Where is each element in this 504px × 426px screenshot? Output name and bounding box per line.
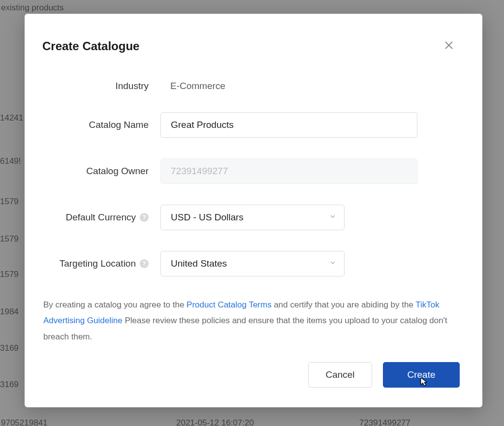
close-button[interactable] xyxy=(443,39,459,55)
field-catalog-owner: Catalog Owner xyxy=(42,158,465,184)
close-icon xyxy=(443,44,455,53)
industry-value: E-Commerce xyxy=(160,81,225,91)
catalog-name-label: Catalog Name xyxy=(42,120,160,130)
targeting-location-label-text: Targeting Location xyxy=(60,258,136,269)
modal-title: Create Catalogue xyxy=(42,39,465,53)
disclaimer-part2: and certify that you are abiding by the xyxy=(272,300,416,309)
catalog-owner-label: Catalog Owner xyxy=(42,166,160,177)
field-catalog-name: Catalog Name xyxy=(42,112,465,138)
modal-footer: Cancel Create xyxy=(308,362,460,388)
targeting-location-select[interactable]: United States xyxy=(160,251,345,276)
catalog-name-input[interactable] xyxy=(160,112,417,138)
product-catalog-terms-link[interactable]: Product Catalog Terms xyxy=(187,300,272,309)
targeting-location-value: United States xyxy=(171,258,227,269)
create-button[interactable]: Create xyxy=(383,362,460,388)
disclaimer-part1: By creating a catalog you agree to the xyxy=(43,300,187,309)
cursor-icon xyxy=(419,377,428,389)
default-currency-value: USD - US Dollars xyxy=(171,212,244,223)
cancel-button[interactable]: Cancel xyxy=(308,362,372,388)
field-industry: Industry E-Commerce xyxy=(42,81,465,91)
default-currency-label-text: Default Currency xyxy=(65,212,136,223)
default-currency-label: Default Currency ? xyxy=(42,212,160,223)
help-icon[interactable]: ? xyxy=(140,259,149,268)
field-targeting-location: Targeting Location ? United States xyxy=(42,251,465,276)
field-default-currency: Default Currency ? USD - US Dollars xyxy=(42,205,465,230)
targeting-location-label: Targeting Location ? xyxy=(42,258,160,269)
industry-label: Industry xyxy=(42,81,160,91)
help-icon[interactable]: ? xyxy=(140,213,149,222)
default-currency-select[interactable]: USD - US Dollars xyxy=(160,205,345,230)
create-catalogue-modal: Create Catalogue Industry E-Commerce Cat… xyxy=(25,14,482,407)
catalog-owner-input xyxy=(160,158,417,184)
disclaimer-text: By creating a catalog you agree to the P… xyxy=(42,297,465,345)
